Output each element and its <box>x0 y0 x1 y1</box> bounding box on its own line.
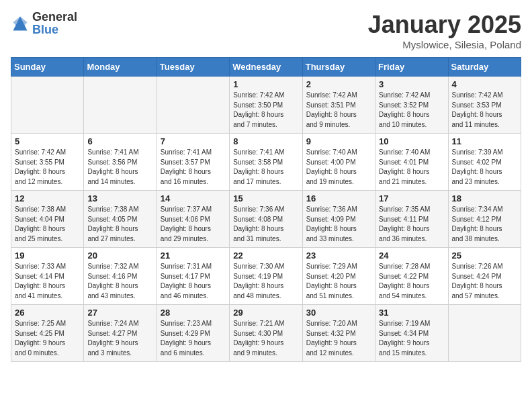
calendar-body: 1Sunrise: 7:42 AMSunset: 3:50 PMDaylight… <box>11 77 521 362</box>
day-number: 28 <box>161 308 226 318</box>
logo: General Blue <box>11 11 77 36</box>
cell-info: Sunrise: 7:34 AMSunset: 4:12 PMDaylight:… <box>452 205 517 244</box>
calendar-cell: 8Sunrise: 7:41 AMSunset: 3:58 PMDaylight… <box>230 134 302 191</box>
calendar-cell: 9Sunrise: 7:40 AMSunset: 4:00 PMDaylight… <box>302 134 375 191</box>
day-number: 21 <box>161 250 226 261</box>
logo-blue-text: Blue <box>32 23 58 36</box>
cell-info: Sunrise: 7:30 AMSunset: 4:19 PMDaylight:… <box>233 262 298 301</box>
weekday-header: Tuesday <box>157 58 229 77</box>
cell-info: Sunrise: 7:38 AMSunset: 4:04 PMDaylight:… <box>15 205 80 244</box>
cell-info: Sunrise: 7:23 AMSunset: 4:29 PMDaylight:… <box>161 319 226 358</box>
weekday-row: SundayMondayTuesdayWednesdayThursdayFrid… <box>11 58 521 77</box>
cell-info: Sunrise: 7:25 AMSunset: 4:25 PMDaylight:… <box>15 319 80 358</box>
calendar-cell: 21Sunrise: 7:31 AMSunset: 4:17 PMDayligh… <box>157 248 229 305</box>
day-number: 19 <box>15 250 80 261</box>
calendar-cell: 14Sunrise: 7:37 AMSunset: 4:06 PMDayligh… <box>157 191 229 248</box>
calendar-cell: 1Sunrise: 7:42 AMSunset: 3:50 PMDaylight… <box>230 77 302 134</box>
calendar-week-row: 1Sunrise: 7:42 AMSunset: 3:50 PMDaylight… <box>11 77 521 134</box>
weekday-header: Sunday <box>11 58 84 77</box>
weekday-header: Thursday <box>302 58 375 77</box>
cell-info: Sunrise: 7:19 AMSunset: 4:34 PMDaylight:… <box>379 319 444 358</box>
day-number: 13 <box>87 193 152 203</box>
day-number: 7 <box>161 136 226 146</box>
calendar-week-row: 19Sunrise: 7:33 AMSunset: 4:14 PMDayligh… <box>11 248 521 305</box>
calendar-cell <box>11 77 84 134</box>
day-number: 27 <box>87 308 152 318</box>
calendar-cell: 16Sunrise: 7:36 AMSunset: 4:09 PMDayligh… <box>302 191 375 248</box>
title-area: January 2025 Myslowice, Silesia, Poland <box>368 11 521 50</box>
weekday-header: Saturday <box>448 58 521 77</box>
cell-info: Sunrise: 7:26 AMSunset: 4:24 PMDaylight:… <box>452 262 517 301</box>
calendar-week-row: 5Sunrise: 7:42 AMSunset: 3:55 PMDaylight… <box>11 134 521 191</box>
cell-info: Sunrise: 7:39 AMSunset: 4:02 PMDaylight:… <box>452 148 517 187</box>
calendar-cell <box>84 77 157 134</box>
cell-info: Sunrise: 7:38 AMSunset: 4:05 PMDaylight:… <box>87 205 152 244</box>
cell-info: Sunrise: 7:35 AMSunset: 4:11 PMDaylight:… <box>379 205 444 244</box>
cell-info: Sunrise: 7:37 AMSunset: 4:06 PMDaylight:… <box>161 205 226 244</box>
calendar-cell: 26Sunrise: 7:25 AMSunset: 4:25 PMDayligh… <box>11 305 84 362</box>
cell-info: Sunrise: 7:42 AMSunset: 3:55 PMDaylight:… <box>15 148 80 187</box>
cell-info: Sunrise: 7:40 AMSunset: 4:01 PMDaylight:… <box>379 148 444 187</box>
day-number: 8 <box>233 136 298 146</box>
calendar-cell: 6Sunrise: 7:41 AMSunset: 3:56 PMDaylight… <box>84 134 157 191</box>
calendar-cell: 10Sunrise: 7:40 AMSunset: 4:01 PMDayligh… <box>375 134 448 191</box>
cell-info: Sunrise: 7:29 AMSunset: 4:20 PMDaylight:… <box>306 262 371 301</box>
cell-info: Sunrise: 7:42 AMSunset: 3:51 PMDaylight:… <box>306 91 371 130</box>
day-number: 15 <box>233 193 298 203</box>
day-number: 18 <box>452 193 517 203</box>
calendar-cell: 7Sunrise: 7:41 AMSunset: 3:57 PMDaylight… <box>157 134 229 191</box>
calendar-cell: 13Sunrise: 7:38 AMSunset: 4:05 PMDayligh… <box>84 191 157 248</box>
day-number: 24 <box>379 250 444 261</box>
day-number: 9 <box>306 136 371 146</box>
calendar-week-row: 26Sunrise: 7:25 AMSunset: 4:25 PMDayligh… <box>11 305 521 362</box>
month-title: January 2025 <box>368 11 521 39</box>
calendar-cell: 31Sunrise: 7:19 AMSunset: 4:34 PMDayligh… <box>375 305 448 362</box>
cell-info: Sunrise: 7:20 AMSunset: 4:32 PMDaylight:… <box>306 319 371 358</box>
day-number: 5 <box>15 136 80 146</box>
day-number: 29 <box>233 308 298 318</box>
header: General Blue January 2025 Myslowice, Sil… <box>11 11 521 50</box>
calendar-cell: 20Sunrise: 7:32 AMSunset: 4:16 PMDayligh… <box>84 248 157 305</box>
day-number: 14 <box>161 193 226 203</box>
calendar-cell: 30Sunrise: 7:20 AMSunset: 4:32 PMDayligh… <box>302 305 375 362</box>
day-number: 6 <box>87 136 152 146</box>
calendar-week-row: 12Sunrise: 7:38 AMSunset: 4:04 PMDayligh… <box>11 191 521 248</box>
cell-info: Sunrise: 7:41 AMSunset: 3:58 PMDaylight:… <box>233 148 298 187</box>
cell-info: Sunrise: 7:42 AMSunset: 3:52 PMDaylight:… <box>379 91 444 130</box>
day-number: 3 <box>379 79 444 89</box>
day-number: 17 <box>379 193 444 203</box>
day-number: 2 <box>306 79 371 89</box>
day-number: 25 <box>452 250 517 261</box>
calendar-cell: 27Sunrise: 7:24 AMSunset: 4:27 PMDayligh… <box>84 305 157 362</box>
calendar-table: SundayMondayTuesdayWednesdayThursdayFrid… <box>11 57 521 362</box>
calendar-cell: 19Sunrise: 7:33 AMSunset: 4:14 PMDayligh… <box>11 248 84 305</box>
location-subtitle: Myslowice, Silesia, Poland <box>368 39 521 50</box>
calendar-cell: 18Sunrise: 7:34 AMSunset: 4:12 PMDayligh… <box>448 191 521 248</box>
cell-info: Sunrise: 7:21 AMSunset: 4:30 PMDaylight:… <box>233 319 298 358</box>
day-number: 30 <box>306 308 371 318</box>
cell-info: Sunrise: 7:31 AMSunset: 4:17 PMDaylight:… <box>161 262 226 301</box>
cell-info: Sunrise: 7:24 AMSunset: 4:27 PMDaylight:… <box>87 319 152 358</box>
calendar-cell: 4Sunrise: 7:42 AMSunset: 3:53 PMDaylight… <box>448 77 521 134</box>
day-number: 11 <box>452 136 517 146</box>
day-number: 4 <box>452 79 517 89</box>
day-number: 16 <box>306 193 371 203</box>
cell-info: Sunrise: 7:33 AMSunset: 4:14 PMDaylight:… <box>15 262 80 301</box>
weekday-header: Friday <box>375 58 448 77</box>
cell-info: Sunrise: 7:41 AMSunset: 3:57 PMDaylight:… <box>161 148 226 187</box>
day-number: 12 <box>15 193 80 203</box>
calendar-header: SundayMondayTuesdayWednesdayThursdayFrid… <box>11 58 521 77</box>
calendar-cell: 23Sunrise: 7:29 AMSunset: 4:20 PMDayligh… <box>302 248 375 305</box>
weekday-header: Wednesday <box>230 58 302 77</box>
calendar-cell: 17Sunrise: 7:35 AMSunset: 4:11 PMDayligh… <box>375 191 448 248</box>
day-number: 22 <box>233 250 298 261</box>
calendar-cell: 28Sunrise: 7:23 AMSunset: 4:29 PMDayligh… <box>157 305 229 362</box>
calendar-cell: 15Sunrise: 7:36 AMSunset: 4:08 PMDayligh… <box>230 191 302 248</box>
calendar-cell <box>157 77 229 134</box>
calendar-cell: 25Sunrise: 7:26 AMSunset: 4:24 PMDayligh… <box>448 248 521 305</box>
calendar-cell <box>448 305 521 362</box>
cell-info: Sunrise: 7:32 AMSunset: 4:16 PMDaylight:… <box>87 262 152 301</box>
calendar-cell: 24Sunrise: 7:28 AMSunset: 4:22 PMDayligh… <box>375 248 448 305</box>
cell-info: Sunrise: 7:40 AMSunset: 4:00 PMDaylight:… <box>306 148 371 187</box>
day-number: 26 <box>15 308 80 318</box>
